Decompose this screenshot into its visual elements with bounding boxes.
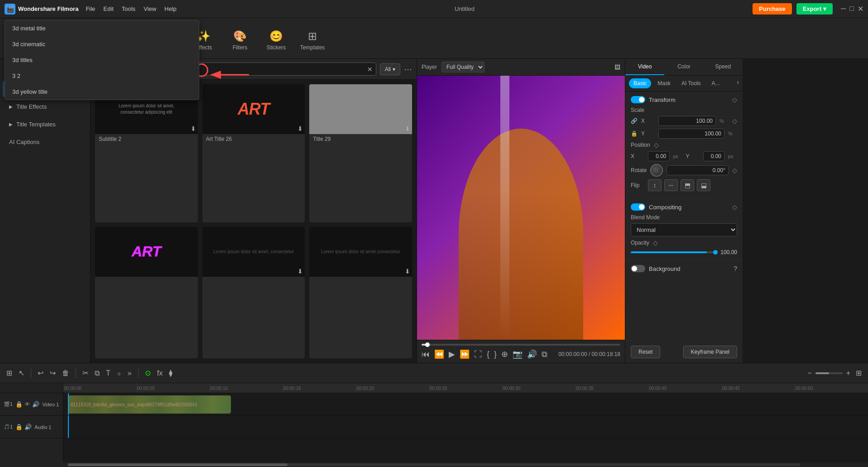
- add-to-timeline-icon[interactable]: ⊕: [501, 349, 508, 359]
- sub-tabs-more-icon[interactable]: ›: [737, 78, 739, 88]
- mark-out-icon[interactable]: }: [494, 350, 497, 359]
- background-help-icon[interactable]: ?: [734, 265, 737, 272]
- sub-tab-basic[interactable]: Basic: [629, 78, 651, 88]
- tab-video[interactable]: Video: [625, 59, 664, 75]
- pip-icon[interactable]: ⧉: [542, 350, 547, 359]
- maximize-button[interactable]: □: [849, 5, 854, 13]
- download-dark-2-icon[interactable]: ⬇: [405, 268, 410, 275]
- track-audio-lock-icon[interactable]: 🔒: [15, 424, 23, 430]
- scale-x-keyframe-icon[interactable]: ◇: [732, 117, 737, 125]
- mark-in-icon[interactable]: {: [487, 350, 489, 359]
- scale-y-input[interactable]: 100.00: [658, 129, 724, 139]
- track-visibility-icon[interactable]: 👁: [24, 401, 30, 408]
- menu-view[interactable]: View: [144, 5, 156, 12]
- tl-fx-icon[interactable]: fx: [155, 367, 164, 379]
- dropdown-item-2[interactable]: 3d titles: [5, 59, 199, 68]
- flip-rotate-ccw-button[interactable]: ⬓: [697, 179, 710, 191]
- play-icon[interactable]: ▶: [449, 349, 455, 359]
- tab-speed[interactable]: Speed: [704, 59, 743, 75]
- flip-rotate-cw-button[interactable]: ⬒: [681, 179, 694, 191]
- export-button[interactable]: Export ▾: [796, 3, 833, 14]
- tl-more-icon[interactable]: »: [126, 367, 134, 379]
- tl-cut-icon[interactable]: ✂: [81, 367, 90, 379]
- thumbnail-dark-2[interactable]: Lorem ipsum dolor sit amet consectetur ⬇: [309, 227, 412, 359]
- toolbar-filters[interactable]: 🎨 Filters: [222, 22, 258, 58]
- sidebar-item-title-templates[interactable]: ▶ Title Templates: [3, 116, 87, 132]
- tl-crop-icon[interactable]: ⧉: [93, 367, 101, 379]
- blend-mode-select[interactable]: Normal: [631, 223, 737, 236]
- compositing-toggle[interactable]: [631, 203, 645, 211]
- video-clip[interactable]: 01115318_tolorful_glesses_sun_impoft6279…: [68, 395, 231, 414]
- compositing-keyframe-icon[interactable]: ◇: [732, 203, 737, 211]
- menu-edit[interactable]: Edit: [103, 5, 113, 12]
- flip-horizontal-button[interactable]: ↔: [664, 179, 678, 191]
- tl-undo-icon[interactable]: ↩: [36, 367, 45, 379]
- opacity-slider[interactable]: [631, 251, 715, 253]
- background-toggle[interactable]: [631, 265, 645, 272]
- tl-mark-icon[interactable]: ⧫: [167, 367, 174, 379]
- position-y-input[interactable]: 0.00: [703, 151, 725, 161]
- rotate-keyframe-icon[interactable]: ◇: [732, 167, 737, 174]
- quality-select[interactable]: Full Quality: [441, 62, 484, 72]
- sidebar-item-title-effects[interactable]: ▶ Title Effects: [3, 99, 87, 115]
- purchase-button[interactable]: Purchase: [753, 3, 792, 14]
- download-dark-1-icon[interactable]: ⬇: [297, 268, 303, 275]
- menu-help[interactable]: Help: [164, 5, 177, 12]
- rotate-wheel[interactable]: [650, 164, 663, 177]
- filter-all-button[interactable]: All ▾: [380, 63, 400, 75]
- screenshot-icon[interactable]: 🖼: [614, 64, 620, 71]
- tab-color[interactable]: Color: [664, 59, 703, 75]
- track-lock-icon[interactable]: 🔒: [15, 401, 23, 408]
- step-forward-icon[interactable]: ⏩: [460, 349, 470, 359]
- rotate-value[interactable]: 0.00°: [667, 165, 729, 175]
- sidebar-item-ai-captions[interactable]: AI Captions: [3, 134, 87, 150]
- thumbnail-art-purple[interactable]: ART: [95, 227, 198, 359]
- download-subtitle-2-icon[interactable]: ⬇: [191, 125, 196, 132]
- tl-select-icon[interactable]: ↖: [17, 367, 26, 379]
- rewind-icon[interactable]: ⏮: [422, 350, 430, 359]
- thumbnail-title-29[interactable]: Lorem Ipsum ⬇ Title 29: [309, 84, 412, 222]
- toolbar-stickers[interactable]: 😊 Stickers: [258, 22, 294, 58]
- tl-text-icon[interactable]: T: [104, 367, 112, 379]
- tl-grid-icon[interactable]: ⊞: [5, 367, 14, 379]
- dropdown-item-4[interactable]: 3d yellow title: [5, 84, 199, 100]
- tl-delete-icon[interactable]: 🗑: [60, 367, 71, 379]
- timeline-scrollbar[interactable]: [0, 462, 868, 467]
- volume-icon[interactable]: 🔊: [527, 349, 537, 359]
- transform-keyframe-icon[interactable]: ◇: [732, 96, 737, 103]
- tl-record-icon[interactable]: ⊙: [143, 367, 153, 379]
- search-clear-icon[interactable]: ✕: [367, 66, 373, 73]
- tl-zoom-in-icon[interactable]: +: [844, 367, 852, 379]
- close-button[interactable]: ✕: [858, 5, 863, 13]
- snapshot-icon[interactable]: 📷: [513, 349, 523, 359]
- step-back-icon[interactable]: ⏪: [434, 349, 444, 359]
- tl-zoom-slider[interactable]: [815, 372, 843, 374]
- menu-file[interactable]: File: [86, 5, 95, 12]
- position-keyframe-icon[interactable]: ◇: [654, 141, 659, 149]
- opacity-keyframe-icon[interactable]: ◇: [653, 239, 658, 246]
- toolbar-templates[interactable]: ⊞ Templates: [294, 22, 331, 58]
- download-art-title-26-icon[interactable]: ⬇: [297, 125, 303, 132]
- sub-tab-ai-tools[interactable]: AI Tools: [677, 78, 705, 88]
- download-title-29-icon[interactable]: ⬇: [405, 125, 410, 132]
- track-audio-sound-icon[interactable]: 🔊: [24, 424, 32, 430]
- tl-keyframe-icon[interactable]: ⬦: [115, 367, 123, 379]
- sub-tab-mask[interactable]: Mask: [653, 78, 675, 88]
- dropdown-item-3[interactable]: 3 2: [5, 68, 199, 84]
- track-audio1-row[interactable]: [63, 416, 868, 438]
- keyframe-panel-button[interactable]: Keyframe Panel: [683, 346, 737, 358]
- thumbnail-dark-1[interactable]: Lorem ipsum dolor sit amet, consectetur …: [202, 227, 305, 359]
- reset-button[interactable]: Reset: [631, 346, 660, 358]
- track-video1-row[interactable]: 01115318_tolorful_glesses_sun_impoft6279…: [63, 393, 868, 416]
- progress-bar[interactable]: [422, 344, 620, 346]
- scale-x-input[interactable]: 100.00: [658, 116, 716, 126]
- minimize-button[interactable]: ─: [841, 5, 846, 13]
- sub-tab-more[interactable]: A...: [707, 78, 724, 88]
- flip-vertical-button[interactable]: ↕: [648, 179, 662, 191]
- tl-zoom-out-icon[interactable]: −: [806, 367, 813, 379]
- tl-grid-toggle-icon[interactable]: ⊞: [854, 367, 863, 379]
- track-audio-icon[interactable]: 🔊: [32, 401, 39, 408]
- thumbnail-art-title-26[interactable]: ART ⬇ Art Title 26: [202, 84, 305, 222]
- fullscreen-icon[interactable]: ⛶: [474, 350, 482, 359]
- transform-toggle[interactable]: [631, 96, 645, 103]
